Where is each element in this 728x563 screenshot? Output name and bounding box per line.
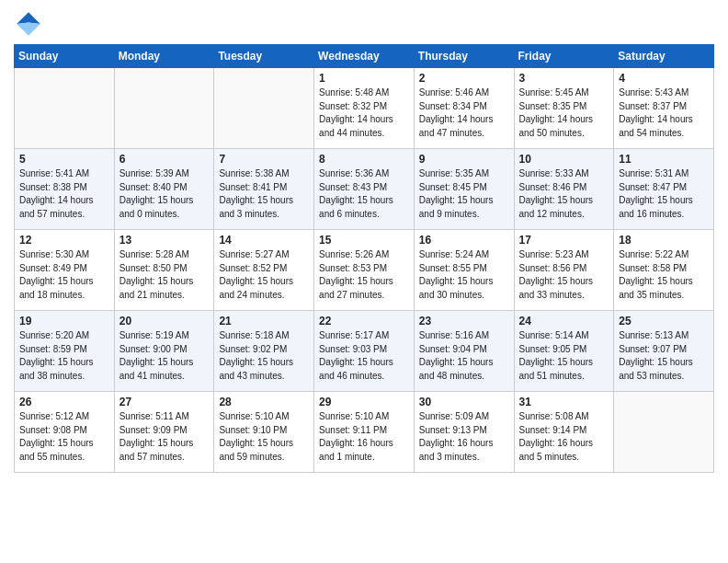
day-number: 31 (519, 396, 609, 408)
day-number: 23 (419, 315, 509, 327)
day-info: Sunrise: 5:45 AM Sunset: 8:35 PM Dayligh… (519, 86, 609, 140)
day-info: Sunrise: 5:10 AM Sunset: 9:11 PM Dayligh… (319, 410, 409, 464)
day-info: Sunrise: 5:43 AM Sunset: 8:37 PM Dayligh… (619, 86, 709, 140)
day-number: 1 (319, 72, 409, 85)
weekday-header: Tuesday (214, 45, 314, 68)
svg-marker-0 (17, 12, 40, 24)
weekday-row: SundayMondayTuesdayWednesdayThursdayFrid… (15, 45, 714, 68)
day-number: 5 (19, 153, 109, 166)
calendar-cell: 27Sunrise: 5:11 AM Sunset: 9:09 PM Dayli… (114, 392, 214, 473)
calendar-week-row: 12Sunrise: 5:30 AM Sunset: 8:49 PM Dayli… (15, 230, 714, 311)
day-number: 22 (319, 315, 409, 327)
calendar-cell (15, 68, 115, 149)
calendar-cell: 3Sunrise: 5:45 AM Sunset: 8:35 PM Daylig… (514, 68, 614, 149)
day-info: Sunrise: 5:14 AM Sunset: 9:05 PM Dayligh… (519, 329, 609, 383)
day-number: 15 (319, 234, 409, 247)
calendar-cell: 26Sunrise: 5:12 AM Sunset: 9:08 PM Dayli… (15, 392, 115, 473)
calendar-cell: 31Sunrise: 5:08 AM Sunset: 9:14 PM Dayli… (514, 392, 614, 473)
day-number: 29 (319, 396, 409, 408)
calendar-cell: 22Sunrise: 5:17 AM Sunset: 9:03 PM Dayli… (314, 311, 415, 392)
calendar-cell: 25Sunrise: 5:13 AM Sunset: 9:07 PM Dayli… (614, 311, 714, 392)
weekday-header: Sunday (15, 45, 115, 68)
day-info: Sunrise: 5:22 AM Sunset: 8:58 PM Dayligh… (619, 248, 709, 302)
calendar-body: 1Sunrise: 5:48 AM Sunset: 8:32 PM Daylig… (15, 68, 714, 473)
calendar-cell: 4Sunrise: 5:43 AM Sunset: 8:37 PM Daylig… (614, 68, 714, 149)
day-number: 19 (19, 315, 109, 327)
calendar-cell (214, 68, 314, 149)
calendar-cell: 9Sunrise: 5:35 AM Sunset: 8:45 PM Daylig… (414, 149, 514, 230)
logo (14, 9, 47, 39)
header-row (14, 9, 714, 39)
calendar-cell (114, 68, 214, 149)
calendar-week-row: 26Sunrise: 5:12 AM Sunset: 9:08 PM Dayli… (15, 392, 714, 473)
calendar-week-row: 19Sunrise: 5:20 AM Sunset: 8:59 PM Dayli… (15, 311, 714, 392)
day-number: 12 (19, 234, 109, 247)
day-info: Sunrise: 5:24 AM Sunset: 8:55 PM Dayligh… (419, 248, 509, 302)
day-info: Sunrise: 5:39 AM Sunset: 8:40 PM Dayligh… (119, 167, 210, 221)
calendar-table: SundayMondayTuesdayWednesdayThursdayFrid… (14, 44, 714, 473)
logo-icon (14, 9, 43, 39)
day-info: Sunrise: 5:12 AM Sunset: 9:08 PM Dayligh… (19, 410, 109, 464)
calendar-cell: 12Sunrise: 5:30 AM Sunset: 8:49 PM Dayli… (15, 230, 115, 311)
day-number: 28 (219, 396, 309, 408)
calendar-container: SundayMondayTuesdayWednesdayThursdayFrid… (0, 0, 728, 482)
day-info: Sunrise: 5:17 AM Sunset: 9:03 PM Dayligh… (319, 329, 409, 383)
calendar-week-row: 1Sunrise: 5:48 AM Sunset: 8:32 PM Daylig… (15, 68, 714, 149)
calendar-cell: 17Sunrise: 5:23 AM Sunset: 8:56 PM Dayli… (514, 230, 614, 311)
day-info: Sunrise: 5:30 AM Sunset: 8:49 PM Dayligh… (19, 248, 109, 302)
weekday-header: Monday (114, 45, 214, 68)
day-info: Sunrise: 5:35 AM Sunset: 8:45 PM Dayligh… (419, 167, 509, 221)
day-info: Sunrise: 5:09 AM Sunset: 9:13 PM Dayligh… (419, 410, 509, 464)
day-info: Sunrise: 5:10 AM Sunset: 9:10 PM Dayligh… (219, 410, 309, 464)
day-number: 3 (519, 72, 609, 85)
calendar-cell: 28Sunrise: 5:10 AM Sunset: 9:10 PM Dayli… (214, 392, 314, 473)
day-number: 10 (519, 153, 609, 166)
calendar-cell: 8Sunrise: 5:36 AM Sunset: 8:43 PM Daylig… (314, 149, 415, 230)
day-number: 14 (219, 234, 309, 247)
weekday-header: Wednesday (314, 45, 415, 68)
day-info: Sunrise: 5:31 AM Sunset: 8:47 PM Dayligh… (619, 167, 709, 221)
calendar-cell: 1Sunrise: 5:48 AM Sunset: 8:32 PM Daylig… (314, 68, 415, 149)
calendar-header: SundayMondayTuesdayWednesdayThursdayFrid… (15, 45, 714, 68)
day-info: Sunrise: 5:23 AM Sunset: 8:56 PM Dayligh… (519, 248, 609, 302)
day-number: 26 (19, 396, 109, 408)
calendar-cell: 16Sunrise: 5:24 AM Sunset: 8:55 PM Dayli… (414, 230, 514, 311)
day-number: 4 (619, 72, 709, 85)
day-info: Sunrise: 5:26 AM Sunset: 8:53 PM Dayligh… (319, 248, 409, 302)
day-info: Sunrise: 5:28 AM Sunset: 8:50 PM Dayligh… (119, 248, 210, 302)
calendar-cell: 6Sunrise: 5:39 AM Sunset: 8:40 PM Daylig… (114, 149, 214, 230)
day-number: 27 (119, 396, 210, 408)
day-info: Sunrise: 5:36 AM Sunset: 8:43 PM Dayligh… (319, 167, 409, 221)
calendar-cell: 15Sunrise: 5:26 AM Sunset: 8:53 PM Dayli… (314, 230, 415, 311)
day-number: 25 (619, 315, 709, 327)
calendar-cell: 29Sunrise: 5:10 AM Sunset: 9:11 PM Dayli… (314, 392, 415, 473)
day-number: 7 (219, 153, 309, 166)
day-number: 16 (419, 234, 509, 247)
calendar-cell: 11Sunrise: 5:31 AM Sunset: 8:47 PM Dayli… (614, 149, 714, 230)
day-info: Sunrise: 5:08 AM Sunset: 9:14 PM Dayligh… (519, 410, 609, 464)
calendar-cell: 19Sunrise: 5:20 AM Sunset: 8:59 PM Dayli… (15, 311, 115, 392)
calendar-cell: 24Sunrise: 5:14 AM Sunset: 9:05 PM Dayli… (514, 311, 614, 392)
day-info: Sunrise: 5:11 AM Sunset: 9:09 PM Dayligh… (119, 410, 210, 464)
weekday-header: Friday (514, 45, 614, 68)
day-number: 9 (419, 153, 509, 166)
day-number: 2 (419, 72, 509, 85)
day-number: 11 (619, 153, 709, 166)
calendar-cell: 14Sunrise: 5:27 AM Sunset: 8:52 PM Dayli… (214, 230, 314, 311)
calendar-cell: 2Sunrise: 5:46 AM Sunset: 8:34 PM Daylig… (414, 68, 514, 149)
calendar-cell: 20Sunrise: 5:19 AM Sunset: 9:00 PM Dayli… (114, 311, 214, 392)
day-number: 8 (319, 153, 409, 166)
calendar-cell: 13Sunrise: 5:28 AM Sunset: 8:50 PM Dayli… (114, 230, 214, 311)
day-number: 17 (519, 234, 609, 247)
day-info: Sunrise: 5:27 AM Sunset: 8:52 PM Dayligh… (219, 248, 309, 302)
calendar-cell: 23Sunrise: 5:16 AM Sunset: 9:04 PM Dayli… (414, 311, 514, 392)
weekday-header: Saturday (614, 45, 714, 68)
day-number: 20 (119, 315, 210, 327)
day-number: 21 (219, 315, 309, 327)
day-info: Sunrise: 5:18 AM Sunset: 9:02 PM Dayligh… (219, 329, 309, 383)
day-number: 6 (119, 153, 210, 166)
day-info: Sunrise: 5:16 AM Sunset: 9:04 PM Dayligh… (419, 329, 509, 383)
day-info: Sunrise: 5:41 AM Sunset: 8:38 PM Dayligh… (19, 167, 109, 221)
svg-marker-1 (17, 22, 40, 35)
calendar-cell (614, 392, 714, 473)
